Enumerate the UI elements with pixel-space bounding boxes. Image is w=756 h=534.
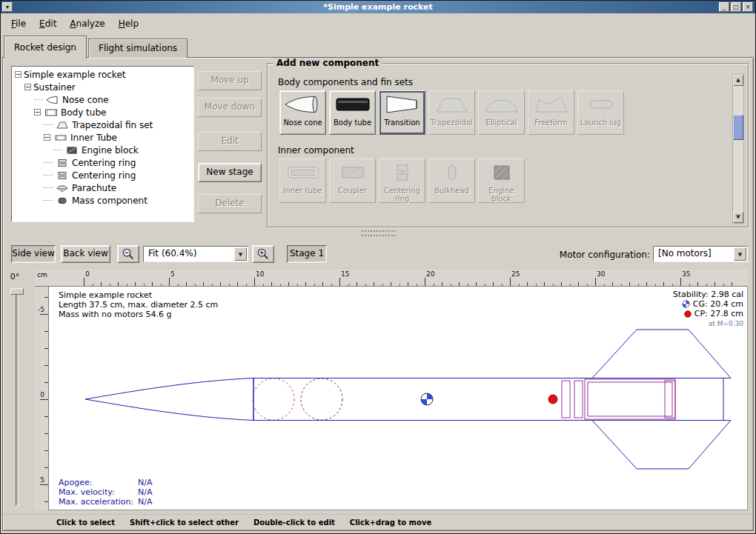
inner-tube-outline[interactable] <box>585 379 675 419</box>
ruler-tick <box>203 282 204 286</box>
stage-1-toggle[interactable]: Stage 1 <box>287 245 327 263</box>
component-button-label: Body tube <box>334 119 371 127</box>
ruler-tick <box>44 382 48 383</box>
ruler-tick <box>161 284 162 286</box>
tree-expander-icon[interactable]: − <box>24 84 31 90</box>
ruler-tick <box>663 282 664 286</box>
ruler-label: 25 <box>511 270 520 278</box>
menu-item-analyze[interactable]: Analyze <box>64 16 110 31</box>
ruler-tick <box>44 433 48 434</box>
fin-top-outline[interactable] <box>592 330 731 378</box>
scrollbar-thumb[interactable] <box>733 115 743 140</box>
nosecone-icon <box>46 96 59 104</box>
ruler-tick <box>604 284 605 286</box>
zoom-out-button[interactable] <box>117 245 139 263</box>
ruler-tick <box>519 284 520 286</box>
ruler-tick <box>732 282 732 286</box>
ruler-tick <box>578 282 579 286</box>
tree-expander-icon[interactable]: − <box>34 109 41 116</box>
rotation-slider-track[interactable] <box>16 290 19 506</box>
menu-item-help[interactable]: Help <box>113 16 145 31</box>
component-button-trapezoidal: Trapezoidal <box>428 90 475 135</box>
launchlug-icon <box>581 94 621 117</box>
mass-component-dashed-outline[interactable] <box>301 378 342 420</box>
tree-item-engine-block[interactable]: Engine block <box>12 144 193 156</box>
ruler-label: 30 <box>597 270 605 278</box>
tree-guide-line <box>44 200 53 201</box>
nose-cone-outline[interactable] <box>85 378 253 421</box>
flight-info-value: N/A <box>138 478 152 487</box>
ruler-tick <box>44 467 48 468</box>
flight-info-label: Max. velocity: <box>59 487 138 497</box>
tree-item-nose-cone[interactable]: Nose cone <box>12 93 193 106</box>
ruler-tick <box>40 484 48 485</box>
tree-item-inner-tube[interactable]: −Inner Tube <box>12 131 193 144</box>
back-view-button[interactable]: Back view <box>61 245 110 263</box>
cg-symbol <box>421 393 433 405</box>
minimize-button[interactable]: _ <box>719 2 729 12</box>
tree-item-sustainer[interactable]: −Sustainer <box>12 81 193 93</box>
window-menu-icon[interactable]: ▾ <box>2 2 13 12</box>
centering-ring-outline[interactable] <box>562 381 570 418</box>
ruler-tick <box>476 282 477 286</box>
tab-flight-simulations[interactable]: Flight simulations <box>88 39 188 58</box>
ruler-tick <box>365 284 366 286</box>
zoom-in-button[interactable] <box>252 245 274 263</box>
ruler-tick <box>135 282 136 286</box>
component-tree[interactable]: −Simple example rocket−SustainerNose con… <box>11 66 194 222</box>
tab-rocket-design[interactable]: Rocket design <box>4 36 87 59</box>
motor-configuration-label: Motor configuration: <box>555 250 650 260</box>
ruler-tick <box>93 284 93 286</box>
delete-button: Delete <box>198 194 262 213</box>
flight-info-value: N/A <box>138 497 152 507</box>
fin-bottom-outline[interactable] <box>592 421 731 470</box>
centeringring-icon <box>382 162 422 185</box>
mach-value: at M=0.30 <box>673 319 743 329</box>
chevron-down-icon[interactable]: ▼ <box>734 247 746 261</box>
tree-item-simple-example-rocket[interactable]: −Simple example rocket <box>12 68 193 81</box>
tree-expander-icon[interactable]: − <box>44 134 50 141</box>
cg-icon <box>682 300 690 308</box>
scroll-up-icon[interactable]: ▲ <box>733 75 743 86</box>
menu-item-file[interactable]: File <box>5 16 32 31</box>
tree-item-mass-component[interactable]: Mass component <box>12 194 193 207</box>
ruler-tick <box>451 284 451 286</box>
splitter-grip[interactable] <box>362 230 396 236</box>
side-view-button[interactable]: Side view <box>11 245 56 263</box>
tree-item-centering-ring[interactable]: Centering ring <box>12 156 193 169</box>
new-stage-button[interactable]: New stage <box>198 163 262 182</box>
menu-item-edit[interactable]: Edit <box>33 16 62 31</box>
horizontal-ruler: 05101520253035 <box>49 270 748 287</box>
parachute-dashed-outline[interactable] <box>253 378 294 420</box>
tree-item-parachute[interactable]: Parachute <box>12 181 193 194</box>
group-label-inner-component: Inner component <box>278 145 748 156</box>
body-tube-outline[interactable] <box>253 378 723 421</box>
engine-block-outline[interactable] <box>665 381 675 418</box>
component-scrollbar[interactable]: ▲ ▼ <box>732 74 744 224</box>
inner-tube-wall-outline[interactable] <box>588 382 672 416</box>
ruler-tick <box>629 282 630 286</box>
chevron-down-icon[interactable]: ▼ <box>234 247 247 261</box>
tree-expander-icon[interactable]: − <box>15 71 21 78</box>
scroll-down-icon[interactable]: ▼ <box>733 212 743 223</box>
component-button-nose-cone[interactable]: Nose cone <box>279 90 326 135</box>
component-button-transition[interactable]: Transition <box>379 90 425 135</box>
rotation-slider-handle[interactable] <box>10 288 24 295</box>
ruler-tick <box>152 282 153 286</box>
tree-item-centering-ring[interactable]: Centering ring <box>12 169 193 181</box>
component-button-label: Nose cone <box>283 119 322 127</box>
rocket-canvas[interactable] <box>49 287 748 510</box>
ruler-tick <box>254 278 255 286</box>
tree-item-trapezoidal-fin-set[interactable]: Trapezoidal fin set <box>12 119 193 131</box>
tree-item-body-tube[interactable]: −Body tube <box>12 106 193 119</box>
ruler-tick <box>391 282 391 286</box>
maximize-button[interactable]: □ <box>731 2 741 12</box>
trapezoidal-icon <box>432 94 472 117</box>
ruler-tick <box>110 284 110 286</box>
centering-ring-outline[interactable] <box>574 381 583 418</box>
close-button[interactable]: × <box>743 2 753 12</box>
component-button-body-tube[interactable]: Body tube <box>329 90 376 135</box>
ruler-tick <box>434 284 434 286</box>
zoom-select[interactable]: Fit (60.4%) ▼ <box>143 246 248 262</box>
motor-configuration-select[interactable]: [No motors] ▼ <box>653 246 748 262</box>
